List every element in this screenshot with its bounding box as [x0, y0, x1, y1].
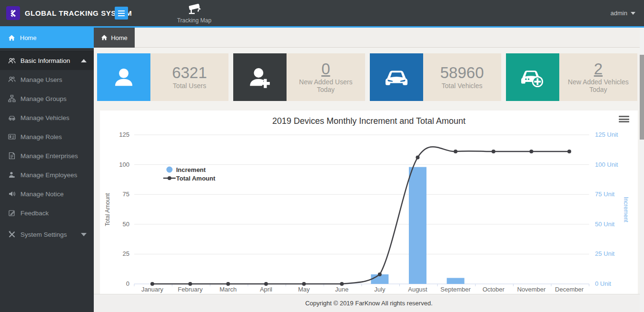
sidebar-section-label: Basic Information	[20, 57, 70, 64]
tools-icon	[8, 231, 16, 238]
top-navbar: GLOBAL TRACKING SYSTEM Tracking Map admi…	[0, 0, 644, 28]
document-icon	[8, 152, 16, 160]
sidebar: Home Basic Information Manage Users Mana…	[0, 28, 94, 312]
svg-text:August: August	[408, 286, 427, 293]
home-icon	[8, 34, 15, 41]
svg-text:February: February	[178, 286, 203, 293]
employee-icon	[8, 171, 16, 179]
car-front-icon	[370, 53, 423, 101]
speaker-icon	[8, 190, 16, 198]
stat-card-body: 6321 Total Users	[150, 53, 228, 101]
chart-context-menu-button[interactable]	[619, 115, 629, 123]
tab-home[interactable]: Home	[94, 28, 135, 48]
id-card-icon	[8, 133, 16, 141]
chart-title: 2019 Devices Monthly Increment and Total…	[100, 111, 638, 126]
copyright-text: Copyright © 2019 FarKnow All rights rese…	[305, 300, 433, 307]
sidebar-item-home[interactable]: Home	[0, 28, 94, 48]
svg-text:Increment: Increment	[623, 197, 629, 222]
svg-text:75 Unit: 75 Unit	[595, 191, 615, 198]
svg-text:September: September	[440, 286, 471, 293]
stat-value: 58960	[440, 65, 484, 81]
svg-text:April: April	[260, 286, 272, 293]
sidebar-item-manage-enterprises[interactable]: Manage Enterprises	[0, 146, 94, 165]
users-icon	[8, 57, 16, 65]
svg-text:50 Unit: 50 Unit	[595, 221, 615, 228]
stat-value: 6321	[172, 65, 207, 81]
brand[interactable]: GLOBAL TRACKING SYSTEM	[6, 6, 132, 20]
stat-cards-row: 6321 Total Users 0 New Added Users Today	[97, 53, 637, 101]
sidebar-item-manage-roles[interactable]: Manage Roles	[0, 127, 94, 146]
home-icon	[101, 34, 108, 41]
sidebar-section-basic-information[interactable]: Basic Information	[0, 51, 94, 70]
chevron-down-icon	[631, 12, 635, 15]
svg-text:June: June	[335, 286, 348, 293]
svg-text:75: 75	[123, 191, 129, 198]
username: admin	[611, 10, 627, 17]
stat-value-link[interactable]: 2	[594, 61, 603, 78]
combo-chart[interactable]: 00 Unit2525 Unit5050 Unit7575 Unit100100…	[100, 129, 638, 312]
user-menu[interactable]: admin	[611, 0, 635, 26]
svg-text:November: November	[517, 286, 546, 293]
nav-tracking-map-label: Tracking Map	[171, 17, 217, 24]
sidebar-item-manage-employees[interactable]: Manage Employees	[0, 165, 94, 184]
sidebar-item-manage-vehicles[interactable]: Manage Vehicles	[0, 108, 94, 127]
user-add-icon	[233, 53, 287, 101]
nav-item-tracking-map[interactable]: Tracking Map	[171, 1, 217, 26]
sidebar-item-label: Manage Enterprises	[20, 152, 78, 160]
svg-text:100 Unit: 100 Unit	[595, 161, 618, 168]
stat-label: Total Users	[173, 82, 206, 90]
chart-panel: 2019 Devices Monthly Increment and Total…	[100, 111, 638, 312]
sidebar-item-label: Manage Notice	[20, 191, 64, 198]
users-icon	[8, 76, 16, 83]
sidebar-item-label: Manage Vehicles	[20, 114, 69, 121]
car-side-icon	[8, 114, 16, 121]
stat-card-new-users-today[interactable]: 0 New Added Users Today	[233, 53, 365, 101]
stat-card-body: 2 New Added Vehicles Today	[559, 53, 637, 101]
sidebar-item-manage-notice[interactable]: Manage Notice	[0, 184, 94, 203]
logo-icon	[6, 6, 20, 20]
chevron-up-icon	[81, 59, 87, 62]
stat-card-body: 0 New Added Users Today	[287, 53, 365, 101]
sidebar-item-feedback[interactable]: Feedback	[0, 203, 94, 222]
stat-label: New Added Users Today	[291, 78, 360, 93]
sitemap-icon	[8, 95, 16, 102]
svg-text:0: 0	[126, 280, 129, 287]
user-icon	[97, 53, 150, 101]
sidebar-item-label: Manage Groups	[20, 95, 67, 102]
svg-text:Total Amount: Total Amount	[104, 193, 111, 226]
svg-text:Increment: Increment	[176, 166, 206, 173]
svg-text:Total Amount: Total Amount	[176, 175, 216, 182]
svg-text:December: December	[555, 286, 584, 293]
svg-text:125: 125	[119, 131, 129, 138]
sidebar-item-manage-groups[interactable]: Manage Groups	[0, 89, 94, 108]
stat-card-body: 58960 Total Vehicles	[423, 53, 501, 101]
svg-text:May: May	[298, 286, 310, 293]
sidebar-item-label: Manage Roles	[20, 133, 62, 141]
stat-card-new-vehicles-today[interactable]: 2 New Added Vehicles Today	[506, 53, 637, 101]
svg-text:50: 50	[123, 221, 129, 228]
sidebar-item-label: Feedback	[20, 210, 49, 217]
sidebar-item-label: Manage Employees	[20, 171, 77, 179]
tab-bar: Home	[94, 28, 644, 48]
svg-text:July: July	[374, 286, 386, 293]
stat-value-link[interactable]: 0	[321, 61, 330, 78]
sidebar-item-system-settings[interactable]: System Settings	[0, 225, 94, 244]
vertical-scrollbar[interactable]	[640, 28, 644, 312]
svg-text:0 Unit: 0 Unit	[595, 280, 611, 287]
scrollbar-thumb[interactable]	[640, 55, 644, 140]
sidebar-item-label: Home	[20, 34, 37, 41]
svg-text:100: 100	[119, 161, 129, 168]
stat-card-total-vehicles[interactable]: 58960 Total Vehicles	[370, 53, 501, 101]
svg-text:125 Unit: 125 Unit	[595, 131, 618, 138]
svg-text:January: January	[141, 286, 164, 293]
svg-text:25 Unit: 25 Unit	[595, 250, 615, 257]
edit-square-icon	[8, 209, 16, 217]
main-content: Home 6321 Total Users 0	[94, 28, 644, 312]
stat-label: New Added Vehicles Today	[564, 78, 633, 93]
sidebar-item-label: System Settings	[20, 231, 67, 238]
sidebar-item-manage-users[interactable]: Manage Users	[0, 70, 94, 89]
svg-text:March: March	[219, 286, 237, 293]
sidebar-toggle-button[interactable]	[115, 7, 128, 20]
stat-label: Total Vehicles	[442, 82, 483, 90]
stat-card-total-users[interactable]: 6321 Total Users	[97, 53, 228, 101]
